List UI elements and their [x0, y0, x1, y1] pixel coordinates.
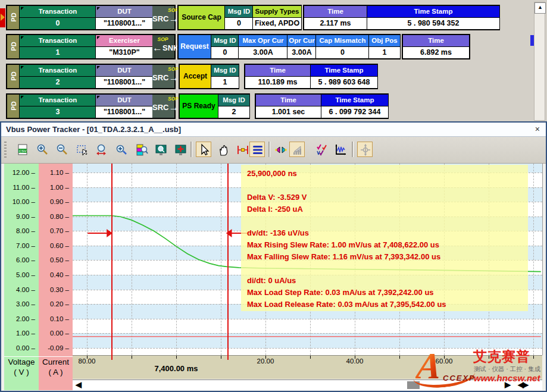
party-header: DUT	[96, 95, 153, 106]
time-axis-strip	[73, 355, 542, 379]
sort-indicator-icon	[97, 7, 100, 10]
time-stamp-value: 6 . 099 792 344	[321, 106, 388, 118]
waveform-axis-icon[interactable]	[332, 142, 348, 157]
legend-list-icon[interactable]	[249, 142, 265, 157]
time-value: 110.189 ms	[245, 77, 310, 88]
direction-cell: SOP ←SNK	[152, 35, 174, 58]
color-map-icon[interactable]	[133, 142, 149, 157]
transaction-scrollbar[interactable]: ▲	[534, 2, 545, 121]
party-value: "1108001..."	[96, 77, 153, 88]
time-stamp-value: 5 . 980 594 352	[367, 18, 499, 29]
snk-arrow-icon: ←	[152, 42, 162, 54]
party-value: "1108001..."	[96, 18, 153, 29]
pd-protocol-cell: PD	[7, 35, 19, 58]
verify-checks-icon[interactable]	[314, 142, 329, 157]
scroll-right-button[interactable]: ▶	[505, 380, 511, 390]
time-value: 2.117 ms	[304, 18, 367, 29]
scroll-split-button[interactable]: ◀▶	[518, 380, 527, 390]
measure-cursors-icon[interactable]	[235, 142, 250, 157]
supply-types-header: Supply Types	[253, 6, 301, 18]
sort-indicator-icon	[97, 36, 100, 39]
transaction-header: Transaction	[20, 95, 96, 106]
src-arrow-icon: →	[168, 72, 179, 83]
supply-types-value: Fixed, APDO	[253, 18, 301, 29]
scrollbar-thumb[interactable]	[407, 381, 420, 389]
transaction-header: Transaction	[20, 6, 96, 18]
party-header: Exerciser	[96, 35, 153, 47]
msg-id-value: 1	[211, 77, 239, 88]
sort-indicator-icon	[21, 36, 24, 39]
sort-indicator-icon	[21, 66, 24, 69]
toolbar-grip[interactable]	[4, 142, 7, 158]
screen-zoom-icon[interactable]	[153, 142, 168, 157]
transaction-index: 3	[20, 106, 96, 118]
scroll-up-button[interactable]: ▲	[535, 2, 546, 14]
transaction-index: 2	[20, 77, 96, 88]
select-cursor-icon[interactable]	[196, 142, 211, 157]
transaction-header: Transaction	[20, 35, 96, 47]
time-header: Time	[245, 65, 310, 77]
transaction-index: 1	[20, 47, 96, 58]
party-value: "1108001..."	[96, 106, 153, 118]
toolbar-separator	[268, 142, 270, 157]
max-opr-cur-value: 3.00A	[239, 47, 287, 58]
window-title: Vbus Power Tracker - [01_TDA.2.3.2.1_A__…	[6, 125, 181, 134]
msg-id-value: 0	[225, 18, 253, 29]
opr-cur-header: Opr Cur	[287, 35, 316, 47]
cap-mismatch-value: 0	[316, 47, 369, 58]
direction-cell: SOP SRC→	[152, 65, 174, 88]
src-arrow-icon: →	[168, 102, 179, 113]
waveform-plot-area[interactable]	[73, 164, 543, 355]
message-type-cell: Request	[179, 35, 211, 58]
window-titlebar[interactable]: Vbus Power Tracker - [01_TDA.2.3.2.1_A__…	[1, 123, 546, 137]
scroll-left-button[interactable]: ◀	[76, 380, 82, 390]
msg-id-header: Msg ID	[218, 95, 249, 106]
voltage-axis-caption: Voltage( V )	[4, 356, 39, 390]
transaction-list-pane: PD Transaction 0 DUT "1108001..." SOP SR…	[0, 0, 547, 121]
toolbar-separator	[352, 142, 354, 157]
party-header: DUT	[96, 6, 153, 18]
pd-protocol-cell: PD	[7, 95, 19, 118]
histogram-icon[interactable]	[289, 142, 305, 157]
sort-indicator-icon	[21, 7, 24, 10]
obj-pos-value: 1	[369, 47, 400, 58]
message-type-cell: Source Cap	[179, 6, 224, 29]
sort-indicator-icon	[97, 66, 100, 69]
vbus-power-tracker-window: Vbus Power Tracker - [01_TDA.2.3.2.1_A__…	[0, 121, 547, 392]
sort-indicator-icon	[21, 96, 24, 99]
zoom-in-icon[interactable]	[34, 142, 49, 157]
direction-cell: SOP SRC→	[152, 95, 174, 118]
time-stamp-header: Time Stamp	[367, 6, 499, 18]
current-axis-caption: Current( A )	[39, 356, 73, 390]
transaction-index: 0	[20, 18, 96, 29]
zoom-horizontal-icon[interactable]	[93, 142, 109, 157]
time-header: Time	[403, 35, 469, 47]
max-opr-cur-header: Max Opr Cur	[239, 35, 287, 47]
time-header: Time	[256, 95, 321, 106]
chart-toolbar: CSV	[1, 137, 546, 164]
time-stamp-value: 5 . 989 603 648	[311, 77, 377, 88]
svg-text:CSV: CSV	[19, 149, 26, 153]
msg-id-header: Msg ID	[211, 35, 239, 47]
pd-protocol-cell: PD	[7, 6, 19, 29]
msg-id-header: Msg ID	[225, 6, 253, 18]
message-type-cell: PS Ready	[180, 95, 218, 118]
zoom-out-icon[interactable]	[54, 142, 69, 157]
export-csv-icon[interactable]: CSV	[14, 142, 30, 157]
pan-hand-icon[interactable]	[215, 142, 231, 157]
time-scrollbar[interactable]: ◀ ▶ ◀▶	[73, 380, 542, 390]
message-type-cell: Accept	[180, 65, 211, 88]
collapse-view-icon[interactable]	[273, 142, 288, 157]
msg-id-header: Msg ID	[211, 65, 239, 77]
zoom-vertical-icon[interactable]	[113, 142, 129, 157]
opr-cur-value: 3.00A	[287, 47, 316, 58]
close-button[interactable]: ×	[535, 124, 540, 134]
marker-tool-icon[interactable]	[357, 142, 373, 157]
zoom-region-icon[interactable]	[74, 142, 89, 157]
msg-id-value: 0	[211, 47, 239, 58]
toolbar-separator	[190, 142, 192, 157]
time-header: Time	[304, 6, 367, 18]
screen-cross-icon[interactable]	[173, 142, 188, 157]
pd-protocol-cell: PD	[7, 65, 19, 88]
time-value: 1.001 sec	[256, 106, 321, 118]
